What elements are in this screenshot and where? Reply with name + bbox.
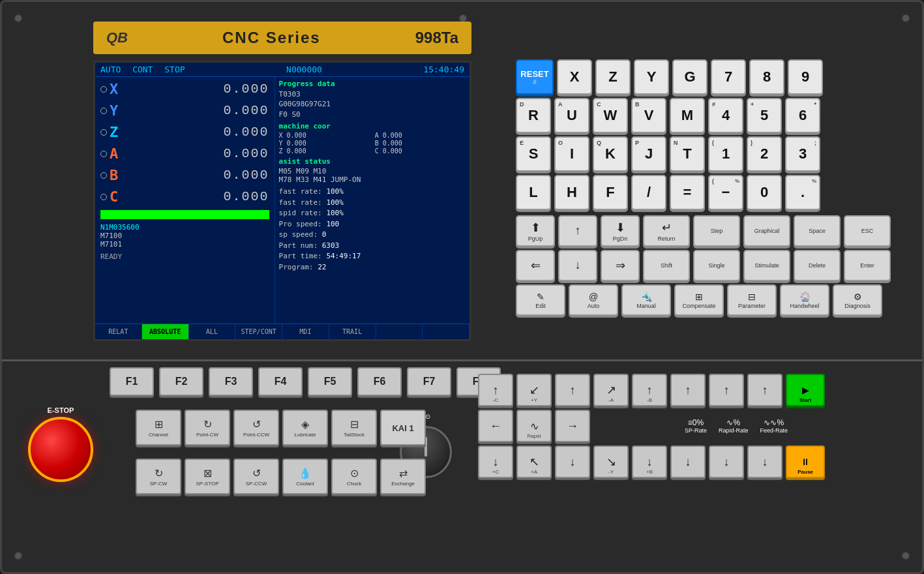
sp-cw-button[interactable]: ↻ SP-CW bbox=[136, 459, 181, 494]
key-6[interactable]: *6 bbox=[785, 98, 820, 133]
jog-down2[interactable]: ↓ bbox=[670, 446, 706, 478]
graphical-button[interactable]: Graphical bbox=[743, 215, 790, 247]
exchange-button[interactable]: ⇄ Exchange bbox=[380, 459, 426, 494]
point-ccw-button[interactable]: ↺ Point-CCW bbox=[233, 410, 279, 446]
tab-relat[interactable]: RELAT bbox=[95, 324, 142, 339]
key-l[interactable]: L bbox=[516, 175, 551, 210]
key-1[interactable]: (1 bbox=[708, 136, 743, 172]
rapid-button[interactable]: ∿ Rapid bbox=[516, 410, 552, 442]
coolant-button[interactable]: 💧 Coolant bbox=[282, 459, 328, 494]
key-equals[interactable]: = bbox=[670, 175, 705, 210]
pgdn-button[interactable]: ⬇ PgDn bbox=[601, 215, 640, 247]
jog-down-b-pos[interactable]: ↓ +B bbox=[632, 446, 667, 478]
space-button[interactable]: Space bbox=[794, 215, 841, 247]
jog-up-b-neg[interactable]: ↑ -B bbox=[632, 374, 667, 406]
jog-up3[interactable]: ↑ bbox=[709, 374, 744, 406]
key-v[interactable]: BV bbox=[631, 98, 666, 133]
tab-all[interactable]: ALL bbox=[189, 324, 236, 339]
key-8[interactable]: 8 bbox=[749, 59, 784, 95]
jog-up2[interactable]: ↑ bbox=[670, 374, 706, 406]
jog-down3[interactable]: ↓ bbox=[709, 446, 744, 478]
point-cw-button[interactable]: ↻ Point-CW bbox=[185, 410, 230, 446]
tab-trail[interactable]: TRAIL bbox=[329, 324, 376, 339]
key-2[interactable]: )2 bbox=[747, 136, 782, 172]
key-x[interactable]: X bbox=[557, 59, 592, 95]
shift-button[interactable]: Shift bbox=[643, 250, 690, 281]
step-button[interactable]: Step bbox=[693, 215, 740, 247]
tab-mdi[interactable]: MDI bbox=[282, 324, 329, 339]
enter-button[interactable]: Enter bbox=[844, 250, 891, 281]
key-z[interactable]: Z bbox=[595, 59, 631, 95]
fkey-f6[interactable]: F6 bbox=[357, 367, 402, 396]
reset-button[interactable]: RESET // bbox=[516, 59, 554, 95]
jog-sw-y-pos[interactable]: ↙ +Y bbox=[516, 374, 552, 406]
key-7[interactable]: 7 bbox=[711, 59, 746, 95]
start-button[interactable]: ▶ Start bbox=[786, 374, 825, 406]
chuck-button[interactable]: ⊙ Chuck bbox=[331, 459, 377, 494]
key-k[interactable]: QK bbox=[593, 136, 628, 172]
key-minus[interactable]: ( % − bbox=[708, 175, 743, 210]
key-f[interactable]: F bbox=[593, 175, 628, 210]
key-t[interactable]: NT bbox=[670, 136, 705, 172]
up-arrow-button[interactable]: ↑ bbox=[558, 215, 597, 247]
key-4[interactable]: #4 bbox=[708, 98, 743, 133]
key-0[interactable]: 0 bbox=[747, 175, 782, 210]
lubricate-button[interactable]: ◈ Lubricate bbox=[282, 410, 328, 446]
fkey-f2[interactable]: F2 bbox=[159, 367, 203, 396]
key-dot[interactable]: % . bbox=[785, 175, 820, 210]
sp-stop-button[interactable]: ⊠ SP-STOP bbox=[185, 459, 230, 494]
delete-button[interactable]: Delete bbox=[794, 250, 841, 281]
fkey-f5[interactable]: F5 bbox=[308, 367, 352, 396]
manual-button[interactable]: 🔩 Manual bbox=[621, 284, 671, 316]
diagnosis-button[interactable]: ⚙ Diagnosis bbox=[833, 284, 882, 316]
kai1-button[interactable]: KAI 1 bbox=[380, 410, 426, 446]
key-j[interactable]: PJ bbox=[631, 136, 666, 172]
estop-button[interactable] bbox=[28, 417, 93, 482]
jog-up4[interactable]: ↑ bbox=[747, 374, 782, 406]
left-arrow-button[interactable]: ⇐ bbox=[516, 250, 555, 281]
fkey-f1[interactable]: F1 bbox=[110, 367, 154, 396]
parameter-button[interactable]: ⊟ Parameter bbox=[727, 284, 777, 316]
jog-down[interactable]: ↓ bbox=[555, 446, 590, 478]
compensate-button[interactable]: ⊞ Compensate bbox=[674, 284, 724, 316]
jog-up-c-neg[interactable]: ↑ -C bbox=[478, 374, 513, 406]
key-s[interactable]: ES bbox=[516, 136, 551, 172]
tailstock-button[interactable]: ⊟ TailStock bbox=[331, 410, 377, 446]
down-arrow-button[interactable]: ↓ bbox=[558, 250, 597, 281]
pause-button[interactable]: ⏸ Pause bbox=[786, 446, 825, 478]
tab-extra2[interactable] bbox=[423, 324, 469, 339]
jog-down-c-pos[interactable]: ↓ +C bbox=[478, 446, 513, 478]
key-g[interactable]: G bbox=[672, 59, 708, 95]
fkey-f7[interactable]: F7 bbox=[407, 367, 451, 396]
key-y[interactable]: Y bbox=[634, 59, 669, 95]
key-i[interactable]: OI bbox=[554, 136, 589, 172]
jog-nw-a-pos[interactable]: ↖ +A bbox=[516, 446, 552, 478]
jog-ne-a-neg[interactable]: ↗ -A bbox=[593, 374, 629, 406]
key-slash[interactable]: / bbox=[631, 175, 666, 210]
jog-se-y-neg[interactable]: ↘ -Y bbox=[593, 446, 629, 478]
right-arrow-button[interactable]: ⇒ bbox=[601, 250, 640, 281]
sp-ccw-button[interactable]: ↺ SP-CCW bbox=[233, 459, 279, 494]
key-u[interactable]: AU bbox=[554, 98, 589, 133]
tab-extra1[interactable] bbox=[376, 324, 423, 339]
tab-stepcont[interactable]: STEP/CONT bbox=[235, 324, 282, 339]
key-r[interactable]: DR bbox=[516, 98, 551, 133]
jog-down4[interactable]: ↓ bbox=[747, 446, 782, 478]
jog-left[interactable]: ← bbox=[478, 410, 513, 442]
fkey-f3[interactable]: F3 bbox=[209, 367, 253, 396]
key-w[interactable]: CW bbox=[593, 98, 628, 133]
edit-button[interactable]: ✎ Edit bbox=[516, 284, 565, 316]
esc-button[interactable]: ESC bbox=[844, 215, 891, 247]
key-h[interactable]: H bbox=[554, 175, 589, 210]
key-9[interactable]: 9 bbox=[788, 59, 823, 95]
key-m[interactable]: M bbox=[670, 98, 705, 133]
channel-button[interactable]: ⊞ Channel bbox=[136, 410, 181, 446]
pgup-button[interactable]: ⬆ PgUp bbox=[516, 215, 555, 247]
single-button[interactable]: Single bbox=[693, 250, 740, 281]
return-button[interactable]: ↵ Return bbox=[643, 215, 690, 247]
handwheel-button[interactable]: 🎡 Handwheel bbox=[780, 284, 829, 316]
fkey-f4[interactable]: F4 bbox=[258, 367, 303, 396]
auto-button[interactable]: @ Auto bbox=[569, 284, 618, 316]
key-5[interactable]: +5 bbox=[747, 98, 782, 133]
tab-absolute[interactable]: ABSOLUTE bbox=[142, 324, 189, 339]
